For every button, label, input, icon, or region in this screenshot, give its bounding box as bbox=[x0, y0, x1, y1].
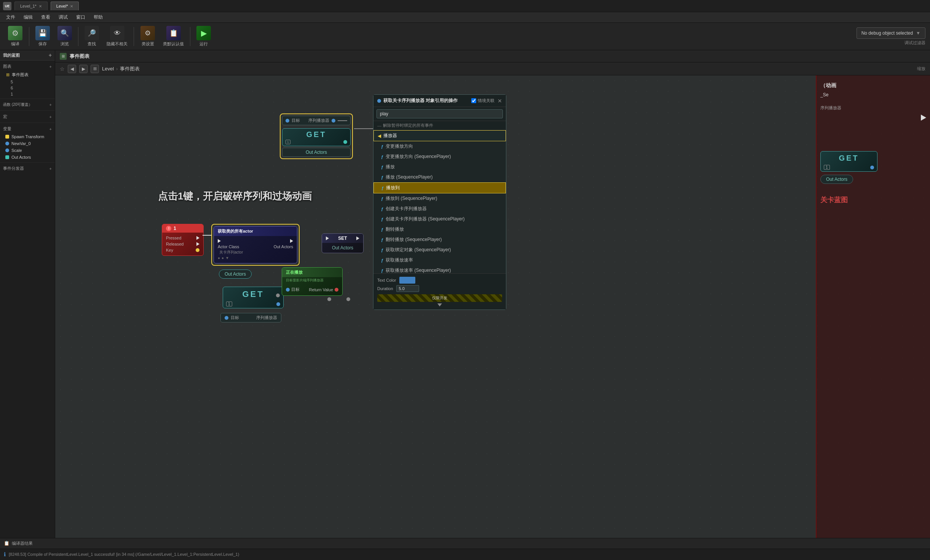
app-logo: UE bbox=[3, 2, 11, 10]
menu-help[interactable]: 帮助 bbox=[90, 13, 107, 22]
class-settings-button[interactable]: ⚙ 类设置 bbox=[137, 24, 158, 48]
top-seq-row: 目标 序列播放器 bbox=[282, 116, 351, 125]
right-get-node[interactable]: GET 1 bbox=[820, 151, 877, 172]
context-item-flip-play[interactable]: ƒ 翻转播放 bbox=[373, 224, 506, 235]
zoom-label: 缩放 bbox=[917, 66, 925, 72]
context-search-input[interactable] bbox=[376, 109, 503, 118]
bottom-bar: 📋 编译器结果 ℹ [8248.53] Compile of Persisten… bbox=[0, 538, 930, 560]
nav-forward[interactable]: ▶ bbox=[79, 65, 88, 73]
nav-back[interactable]: ◀ bbox=[68, 65, 76, 73]
sub-item-1[interactable]: 1 bbox=[0, 91, 55, 97]
play-button[interactable]: ▶ 运行 bbox=[193, 24, 214, 48]
context-player-category[interactable]: ◀ 播放器 bbox=[373, 130, 506, 141]
svg-point-3 bbox=[346, 297, 350, 301]
hide-unrelated-button[interactable]: 👁 隐藏不相关 bbox=[104, 24, 131, 48]
add-icon[interactable]: + bbox=[49, 52, 52, 58]
compiler-results-label: 编译器结果 bbox=[12, 541, 33, 546]
menu-view[interactable]: 查看 bbox=[37, 13, 54, 22]
context-item-play[interactable]: ƒ 播放 bbox=[373, 162, 506, 172]
context-bottom: Text Color Duration 仅限开发 bbox=[373, 273, 506, 310]
compile-button[interactable]: ⚙ 编译 bbox=[5, 24, 26, 48]
var-spawn-transform[interactable]: Spawn Transform bbox=[0, 133, 55, 140]
var-scale[interactable]: Scale bbox=[0, 147, 55, 154]
context-item-play-seq[interactable]: ƒ 播放 (SequencePlayer) bbox=[373, 172, 506, 182]
tab-level1[interactable]: Level_1* ✕ bbox=[14, 2, 48, 10]
set-node[interactable]: SET Out Actors bbox=[322, 233, 364, 253]
context-section-divider: — 解除暂停时绑定的所有事件 bbox=[373, 121, 506, 130]
variables-add[interactable]: + bbox=[49, 127, 52, 131]
event-dispatchers-header[interactable]: 事件分发器 + bbox=[0, 164, 55, 173]
nav-home[interactable]: ⊞ bbox=[91, 65, 99, 73]
context-item-get-rate-seq[interactable]: ƒ 获取播放速率 (SequencePlayer) bbox=[373, 265, 506, 273]
key1-event-node[interactable]: ！ 1 Pressed Released Key bbox=[162, 224, 204, 256]
debug-filter-label: 调试过滤器 bbox=[904, 40, 925, 46]
canvas-wrapper: ⊞ 事件图表 ☆ ◀ ▶ ⊞ Level › 事件图表 缩放 bbox=[55, 50, 930, 538]
bookmark-icon[interactable]: ☆ bbox=[60, 66, 65, 72]
canvas-text-annotation: 点击1键，开启破碎序列和过场动画 bbox=[158, 190, 312, 203]
context-item-change-dir-seq[interactable]: ƒ 变更播放方向 (SequencePlayer) bbox=[373, 152, 506, 162]
compile-message-row: ℹ [8248.53] Compile of PersistentLevel.L… bbox=[0, 549, 930, 560]
graphs-header[interactable]: 图表 + bbox=[0, 62, 55, 71]
tab-level[interactable]: Level* ✕ bbox=[51, 2, 79, 10]
context-item-change-dir[interactable]: ƒ 变更播放方向 bbox=[373, 141, 506, 152]
canvas-content: 点击1键，开启破碎序列和过场动画 目标 序列播放器 GET 1 bbox=[55, 75, 930, 538]
sub-item-5[interactable]: 5 bbox=[0, 79, 55, 85]
menu-file[interactable]: 文件 bbox=[2, 13, 19, 22]
right-panel: （动画 _Se 序列播放器 GET 1 bbox=[816, 75, 930, 538]
debug-selector[interactable]: No debug object selected ▼ bbox=[857, 27, 925, 39]
variables-header[interactable]: 变量 + bbox=[0, 124, 55, 133]
context-item-play-to-highlighted[interactable]: ƒ 播放到 bbox=[373, 182, 506, 193]
context-item-create-player[interactable]: ƒ 创建关卡序列播放器 bbox=[373, 204, 506, 214]
playing-node[interactable]: 正在播放 目标显影片端序列播放器 目标 Return Value bbox=[282, 267, 343, 296]
find-button[interactable]: 🔎 查找 bbox=[81, 24, 102, 48]
context-item-play-to-seq[interactable]: ƒ 播放到 (SequencePlayer) bbox=[373, 193, 506, 204]
context-item-create-player-seq[interactable]: ƒ 创建关卡序列播放器 (SequencePlayer) bbox=[373, 214, 506, 224]
play-label: 运行 bbox=[199, 41, 208, 47]
get-actors-node[interactable]: 获取类的所有actor Actor Class Out Actors bbox=[214, 226, 297, 263]
svg-point-2 bbox=[327, 297, 331, 301]
graphs-section: 图表 + ⊞ 事件图表 5 6 1 bbox=[0, 61, 55, 99]
functions-header[interactable]: 函数 (20可覆盖） + bbox=[0, 101, 55, 109]
save-button[interactable]: 💾 保存 bbox=[32, 24, 53, 48]
dev-only-bar: 仅限开发 bbox=[377, 294, 502, 302]
context-list: — 解除暂停时绑定的所有事件 ◀ 播放器 ƒ 变更播放方向 ƒ bbox=[373, 121, 506, 273]
close-tab-level1[interactable]: ✕ bbox=[39, 4, 42, 8]
canvas-title: 事件图表 bbox=[70, 53, 89, 60]
get-actors-node-outline: 获取类的所有actor Actor Class Out Actors bbox=[211, 224, 300, 266]
context-item-flip-play-seq[interactable]: ƒ 翻转播放 (SequencePlayer) bbox=[373, 235, 506, 245]
find-label: 查找 bbox=[88, 41, 96, 47]
duration-input[interactable] bbox=[396, 285, 419, 292]
menu-bar: 文件 编辑 查看 调试 窗口 帮助 bbox=[0, 12, 930, 23]
bottom-get-node[interactable]: GET 1 bbox=[223, 287, 284, 308]
my-blueprint-header[interactable]: 我的蓝图 + bbox=[0, 50, 55, 61]
dispatchers-add[interactable]: + bbox=[49, 166, 52, 171]
browse-button[interactable]: 🔍 浏览 bbox=[54, 24, 75, 48]
macros-add[interactable]: + bbox=[49, 115, 52, 119]
graphs-add[interactable]: + bbox=[49, 64, 52, 69]
var-out-actors[interactable]: Out Actors bbox=[0, 154, 55, 161]
bottom-get-out-pin bbox=[276, 302, 280, 306]
event-graph-item[interactable]: ⊞ 事件图表 bbox=[0, 71, 55, 79]
wire-right-line bbox=[338, 120, 347, 121]
main-layout: 我的蓝图 + 图表 + ⊞ 事件图表 5 6 1 bbox=[0, 50, 930, 538]
context-search-area bbox=[373, 107, 506, 121]
compiler-results-tab: 📋 编译器结果 bbox=[0, 538, 930, 549]
menu-window[interactable]: 窗口 bbox=[72, 13, 89, 22]
context-close-icon[interactable]: ✕ bbox=[498, 98, 502, 104]
close-tab-level[interactable]: ✕ bbox=[70, 4, 73, 8]
top-get-node-group: 目标 序列播放器 GET 1 Out Actors bbox=[280, 113, 353, 159]
context-item-get-rate[interactable]: ƒ 获取播放速率 bbox=[373, 255, 506, 265]
context-checkbox[interactable] bbox=[471, 98, 476, 103]
sidebar: 我的蓝图 + 图表 + ⊞ 事件图表 5 6 1 bbox=[0, 50, 55, 538]
right-panel-blueprint-label: 关卡蓝图 bbox=[820, 195, 926, 204]
menu-edit[interactable]: 编辑 bbox=[20, 13, 37, 22]
macros-header[interactable]: 宏 + bbox=[0, 112, 55, 121]
class-defaults-button[interactable]: 📋 类默认认值 bbox=[160, 24, 187, 48]
menu-debug[interactable]: 调试 bbox=[55, 13, 72, 22]
out-actors-left-button[interactable]: Out Actors bbox=[219, 270, 252, 279]
functions-add[interactable]: + bbox=[49, 102, 52, 107]
title-bar: UE Level_1* ✕ Level* ✕ bbox=[0, 0, 930, 12]
sub-item-6[interactable]: 6 bbox=[0, 85, 55, 91]
context-item-get-bound[interactable]: ƒ 获取绑定对象 (SequencePlayer) bbox=[373, 245, 506, 255]
var-newvar0[interactable]: NewVar_0 bbox=[0, 140, 55, 147]
